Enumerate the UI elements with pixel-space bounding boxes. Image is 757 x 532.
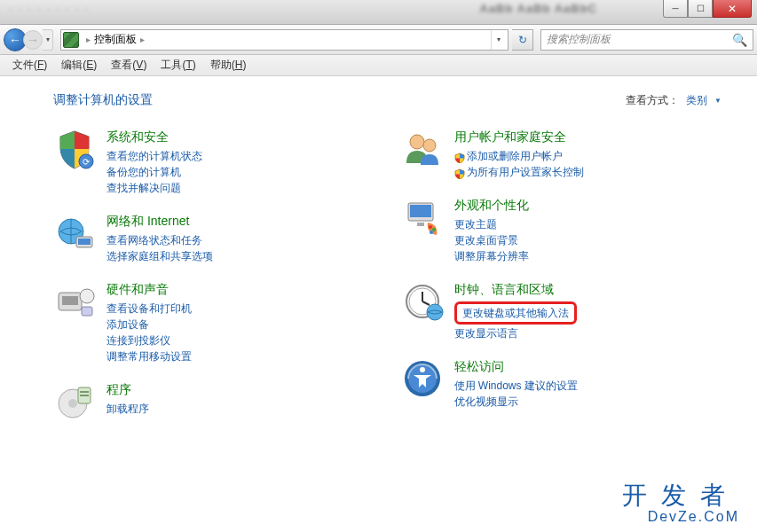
- category-title[interactable]: 网络和 Internet: [106, 214, 213, 230]
- category: 时钟、语言和区域更改键盘或其他输入法更改显示语言: [401, 280, 722, 341]
- category-link[interactable]: 调整常用移动设置: [106, 348, 192, 364]
- category-link[interactable]: 查看您的计算机状态: [106, 148, 202, 164]
- category: ⟳系统和安全查看您的计算机状态备份您的计算机查找并解决问题: [53, 128, 375, 196]
- category-link[interactable]: 选择家庭组和共享选项: [106, 248, 213, 264]
- svg-point-7: [80, 289, 94, 303]
- category-link[interactable]: 添加或删除用户帐户: [454, 148, 584, 164]
- refresh-button[interactable]: ↻: [512, 29, 533, 51]
- view-mode[interactable]: 查看方式： 类别 ▼: [626, 93, 722, 108]
- titlebar-blur-left: · · · · · · · · ·: [9, 3, 90, 15]
- highlighted-link[interactable]: 更改键盘或其他输入法: [454, 301, 577, 325]
- category-title[interactable]: 轻松访问: [454, 359, 578, 375]
- titlebar-blur-right: AaBb AaBb AaBbC: [480, 2, 598, 15]
- category-icon[interactable]: [53, 280, 96, 323]
- close-button[interactable]: ✕: [713, 0, 752, 18]
- category: 程序卸载程序: [53, 380, 375, 423]
- address-dropdown[interactable]: ▾: [491, 30, 506, 50]
- view-mode-value: 类别: [686, 93, 707, 108]
- svg-point-19: [429, 225, 432, 229]
- category-link[interactable]: 优化视频显示: [454, 394, 578, 410]
- category: 用户帐户和家庭安全添加或删除用户帐户为所有用户设置家长控制: [401, 128, 722, 180]
- window-controls: ─ ☐ ✕: [663, 0, 752, 18]
- svg-point-26: [427, 304, 443, 320]
- category-column-right: 用户帐户和家庭安全添加或删除用户帐户为所有用户设置家长控制外观和个性化更改主题更…: [401, 128, 722, 439]
- svg-point-29: [420, 367, 425, 372]
- category-link[interactable]: 连接到投影仪: [106, 332, 192, 348]
- arrow-right-icon: →: [27, 33, 39, 47]
- category: 外观和个性化更改主题更改桌面背景调整屏幕分辨率: [401, 196, 722, 264]
- category-column-left: ⟳系统和安全查看您的计算机状态备份您的计算机查找并解决问题网络和 Interne…: [53, 128, 375, 439]
- link-text: 调整屏幕分辨率: [454, 250, 529, 262]
- link-text: 查找并解决问题: [106, 182, 181, 194]
- category-icon[interactable]: [53, 380, 96, 423]
- svg-rect-6: [62, 296, 78, 305]
- category-link[interactable]: 更改主题: [454, 216, 529, 232]
- link-text: 备份您的计算机: [106, 166, 181, 178]
- category-link[interactable]: 备份您的计算机: [106, 164, 202, 180]
- category-icon[interactable]: [53, 212, 96, 254]
- shield-icon: [454, 168, 465, 178]
- page-title: 调整计算机的设置: [53, 92, 153, 108]
- category-title[interactable]: 外观和个性化: [454, 198, 529, 214]
- svg-rect-13: [80, 395, 89, 396]
- link-text: 添加设备: [106, 318, 149, 331]
- category-link[interactable]: 卸载程序: [106, 401, 149, 417]
- link-text: 连接到投影仪: [106, 334, 170, 347]
- menu-e[interactable]: 编辑(E): [54, 58, 104, 73]
- link-text: 更改主题: [454, 218, 497, 231]
- arrow-left-icon: ←: [9, 33, 21, 47]
- category-link[interactable]: 使用 Windows 建议的设置: [454, 378, 578, 394]
- category-link[interactable]: 更改显示语言: [454, 325, 577, 341]
- navigation-bar: ← → ▾ ▸ 控制面板 ▸ ▾ ↻ 搜索控制面板 🔍: [0, 25, 757, 55]
- link-text: 使用 Windows 建议的设置: [454, 379, 578, 392]
- watermark-cn: 开发者: [622, 479, 739, 512]
- link-text: 更改桌面背景: [454, 234, 518, 246]
- category-link[interactable]: 更改桌面背景: [454, 232, 529, 248]
- svg-point-10: [68, 399, 77, 408]
- svg-point-14: [410, 135, 424, 149]
- maximize-button[interactable]: ☐: [688, 0, 713, 18]
- minimize-button[interactable]: ─: [663, 0, 688, 18]
- category-title[interactable]: 硬件和声音: [106, 282, 192, 298]
- category-title[interactable]: 时钟、语言和区域: [454, 282, 577, 298]
- category-link[interactable]: 查看网络状态和任务: [106, 232, 213, 248]
- history-dropdown[interactable]: ▾: [43, 29, 53, 51]
- category-link[interactable]: 调整屏幕分辨率: [454, 248, 529, 264]
- category-icon[interactable]: [401, 128, 444, 170]
- search-placeholder: 搜索控制面板: [547, 32, 732, 47]
- link-text: 查看网络状态和任务: [106, 234, 202, 246]
- link-text: 更改显示语言: [454, 327, 518, 340]
- link-text: 卸载程序: [106, 403, 149, 415]
- address-bar[interactable]: ▸ 控制面板 ▸ ▾: [60, 29, 509, 51]
- category-title[interactable]: 程序: [106, 382, 149, 398]
- menu-t[interactable]: 工具(T): [154, 58, 202, 73]
- breadcrumb-sep: ▸: [140, 35, 145, 44]
- svg-rect-8: [82, 307, 92, 316]
- category-title[interactable]: 用户帐户和家庭安全: [454, 129, 584, 145]
- category-link[interactable]: 查找并解决问题: [106, 180, 202, 196]
- category-icon[interactable]: ⟳: [53, 128, 96, 170]
- category-link[interactable]: 为所有用户设置家长控制: [454, 164, 584, 180]
- link-text: 调整常用移动设置: [106, 350, 192, 363]
- category-icon[interactable]: [401, 196, 444, 239]
- svg-point-20: [432, 228, 436, 231]
- menu-f[interactable]: 文件(F): [5, 58, 54, 73]
- link-text: 查看设备和打印机: [106, 302, 192, 315]
- category-link[interactable]: 更改键盘或其他输入法: [462, 305, 569, 321]
- link-text: 更改键盘或其他输入法: [462, 307, 569, 319]
- category-icon[interactable]: [401, 357, 444, 400]
- svg-text:⟳: ⟳: [83, 157, 91, 167]
- search-box[interactable]: 搜索控制面板 🔍: [540, 29, 753, 51]
- svg-point-21: [430, 231, 433, 234]
- category-link[interactable]: 添加设备: [106, 317, 192, 332]
- control-panel-icon: [63, 32, 79, 48]
- category-link[interactable]: 查看设备和打印机: [106, 301, 192, 317]
- menu-v[interactable]: 查看(V): [104, 58, 154, 73]
- breadcrumb-location[interactable]: 控制面板: [94, 32, 137, 47]
- category-icon[interactable]: [401, 280, 444, 323]
- search-icon[interactable]: 🔍: [732, 33, 747, 47]
- category-title[interactable]: 系统和安全: [106, 129, 202, 145]
- content-header: 调整计算机的设置 查看方式： 类别 ▼: [53, 92, 722, 108]
- svg-point-15: [423, 139, 436, 152]
- menu-h[interactable]: 帮助(H): [203, 58, 254, 73]
